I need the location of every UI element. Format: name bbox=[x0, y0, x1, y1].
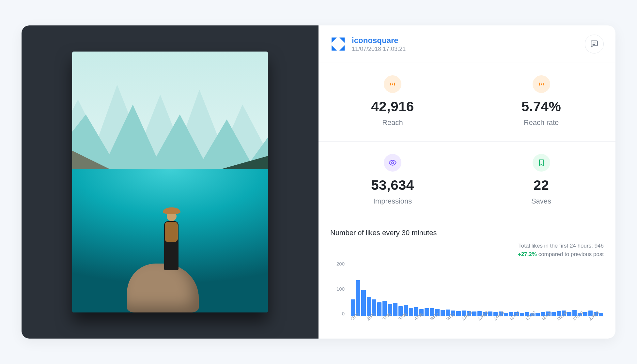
post-image-panel bbox=[22, 25, 318, 339]
person-illustration bbox=[158, 195, 184, 270]
delta-suffix: compared to previous post bbox=[537, 251, 604, 257]
stat-value: 42,916 bbox=[325, 99, 460, 114]
likes-bar-chart: 2001000 0h302h003h305h006h308h009h3011h0… bbox=[330, 261, 604, 326]
chart-summary: Total likes in the first 24 hours: 946 +… bbox=[330, 242, 604, 258]
signal-icon bbox=[533, 75, 550, 93]
y-tick: 100 bbox=[336, 286, 345, 292]
stat-reach-rate: 5.74% Reach rate bbox=[467, 63, 615, 142]
summary-value: 946 bbox=[595, 243, 604, 249]
svg-point-8 bbox=[392, 83, 393, 85]
stat-reach: 42,916 Reach bbox=[318, 63, 467, 142]
analytics-card: iconosquare 11/07/2018 17:03:21 42,916 R… bbox=[22, 25, 615, 339]
delta-value: +27.2% bbox=[518, 251, 537, 257]
y-tick: 0 bbox=[342, 311, 345, 316]
svg-marker-3 bbox=[339, 38, 345, 43]
comments-button[interactable] bbox=[585, 35, 604, 53]
y-tick: 200 bbox=[336, 261, 345, 266]
account-name: iconosquare bbox=[352, 36, 406, 45]
svg-marker-2 bbox=[332, 38, 337, 43]
analytics-panel: iconosquare 11/07/2018 17:03:21 42,916 R… bbox=[318, 25, 615, 339]
post-image bbox=[72, 52, 268, 312]
svg-marker-5 bbox=[339, 45, 345, 51]
summary-prefix: Total likes in the first 24 hours: bbox=[518, 243, 594, 249]
svg-marker-4 bbox=[332, 45, 337, 51]
likes-chart-section: Number of likes every 30 minutes Total l… bbox=[318, 220, 615, 333]
chart-plot bbox=[350, 261, 604, 316]
svg-point-9 bbox=[540, 83, 542, 85]
stat-value: 5.74% bbox=[474, 99, 609, 114]
eye-icon bbox=[384, 154, 401, 172]
chart-title: Number of likes every 30 minutes bbox=[330, 229, 604, 237]
x-axis: 0h302h003h305h006h308h009h3011h0012h3014… bbox=[350, 316, 604, 326]
svg-point-10 bbox=[392, 162, 394, 164]
stat-impressions: 53,634 Impressions bbox=[318, 142, 467, 220]
mountains-illustration bbox=[72, 70, 268, 169]
post-header: iconosquare 11/07/2018 17:03:21 bbox=[318, 25, 615, 63]
stat-label: Saves bbox=[474, 197, 609, 205]
brand-logo bbox=[330, 36, 346, 52]
stats-grid: 42,916 Reach 5.74% Reach rate 53,634 Imp… bbox=[318, 63, 615, 220]
chat-icon bbox=[590, 40, 598, 48]
stat-label: Impressions bbox=[325, 197, 460, 205]
y-axis: 2001000 bbox=[330, 261, 347, 316]
stat-saves: 22 Saves bbox=[467, 142, 615, 220]
post-datetime: 11/07/2018 17:03:21 bbox=[352, 46, 406, 53]
stat-value: 53,634 bbox=[325, 177, 460, 193]
bookmark-icon bbox=[533, 154, 550, 172]
chart-bar bbox=[367, 297, 371, 316]
stat-label: Reach rate bbox=[474, 118, 609, 127]
stat-value: 22 bbox=[474, 177, 609, 193]
signal-icon bbox=[384, 75, 401, 93]
stat-label: Reach bbox=[325, 118, 460, 127]
